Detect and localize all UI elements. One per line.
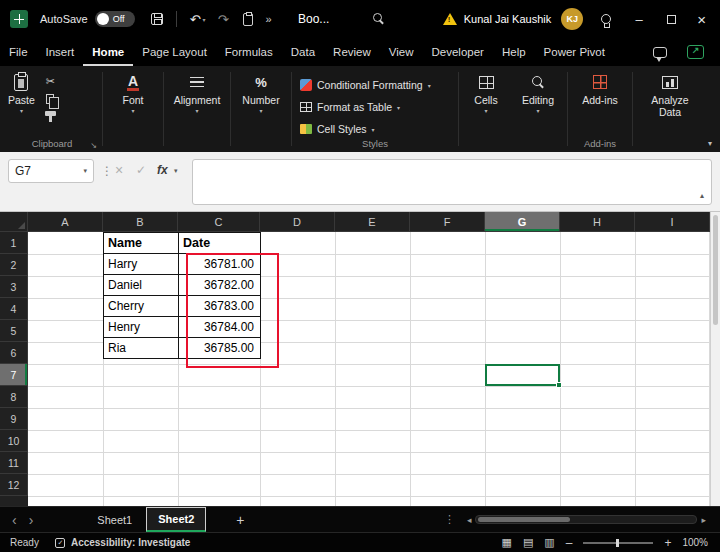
enter-icon[interactable]: ✓ bbox=[136, 163, 146, 177]
menu-tab-formulas[interactable]: Formulas bbox=[216, 38, 282, 66]
insert-function-button[interactable]: fx bbox=[157, 163, 168, 177]
page-layout-view-icon[interactable]: ▤ bbox=[523, 537, 533, 548]
row-header-9[interactable]: 9 bbox=[0, 408, 28, 430]
cell-B2[interactable]: Harry bbox=[104, 254, 179, 275]
format-painter-icon[interactable] bbox=[45, 111, 56, 116]
column-header-e[interactable]: E bbox=[335, 212, 410, 232]
name-box[interactable]: G7 ▾ bbox=[8, 159, 94, 183]
menu-tab-file[interactable]: File bbox=[0, 38, 37, 66]
copy-icon[interactable] bbox=[46, 94, 54, 104]
column-header-i[interactable]: I bbox=[635, 212, 710, 232]
column-header-h[interactable]: H bbox=[560, 212, 635, 232]
vertical-scrollbar[interactable] bbox=[710, 212, 720, 506]
zoom-in-icon[interactable]: + bbox=[664, 536, 671, 550]
cell-B6[interactable]: Ria bbox=[104, 338, 179, 359]
conditional-formatting-button[interactable]: Conditional Formatting ▾ bbox=[296, 75, 454, 95]
menu-tab-view[interactable]: View bbox=[380, 38, 423, 66]
collapse-formula-bar-icon[interactable]: ▴ bbox=[700, 191, 704, 200]
cell-styles-button[interactable]: Cell Styles ▾ bbox=[296, 119, 454, 139]
quick-access-overflow-icon[interactable]: » bbox=[266, 13, 272, 25]
row-header-11[interactable]: 11 bbox=[0, 452, 28, 474]
minimize-button[interactable]: – bbox=[632, 12, 646, 27]
clipboard-icon[interactable] bbox=[243, 13, 253, 26]
horizontal-scrollbar-track[interactable] bbox=[475, 515, 697, 524]
column-header-g[interactable]: G bbox=[485, 212, 560, 232]
chevron-down-icon[interactable]: ▾ bbox=[203, 16, 206, 23]
editing-group-button[interactable]: Editing ▾ bbox=[513, 70, 563, 114]
zoom-slider-knob[interactable] bbox=[616, 539, 619, 547]
dialog-launcher-icon[interactable]: ↘ bbox=[90, 141, 97, 150]
menu-tab-insert[interactable]: Insert bbox=[37, 38, 84, 66]
cell-B5[interactable]: Henry bbox=[104, 317, 179, 338]
menu-tab-review[interactable]: Review bbox=[324, 38, 380, 66]
fill-handle[interactable] bbox=[556, 382, 562, 388]
tab-overflow-icon[interactable]: ⋮ bbox=[444, 513, 455, 526]
menu-tab-help[interactable]: Help bbox=[493, 38, 535, 66]
menu-tab-power-pivot[interactable]: Power Pivot bbox=[535, 38, 614, 66]
collapse-ribbon-icon[interactable]: ▾ bbox=[708, 139, 712, 148]
paste-button[interactable]: Paste ▾ bbox=[6, 70, 37, 116]
row-header-5[interactable]: 5 bbox=[0, 320, 28, 342]
accessibility-status[interactable]: Accessibility: Investigate bbox=[71, 537, 191, 548]
comments-button[interactable] bbox=[653, 47, 667, 58]
normal-view-icon[interactable]: ▦ bbox=[502, 537, 512, 548]
row-header-10[interactable]: 10 bbox=[0, 430, 28, 452]
menu-tab-home[interactable]: Home bbox=[83, 38, 133, 66]
column-header-c[interactable]: C bbox=[178, 212, 260, 232]
row-header-1[interactable]: 1 bbox=[0, 232, 28, 254]
sheet-tab-sheet1[interactable]: Sheet1 bbox=[83, 507, 146, 532]
warning-icon[interactable] bbox=[443, 13, 457, 25]
close-button[interactable]: × bbox=[697, 11, 706, 28]
lightbulb-icon[interactable] bbox=[601, 14, 611, 24]
cell-B1[interactable]: Name bbox=[104, 233, 179, 254]
sheet-nav-right-icon[interactable]: › bbox=[29, 513, 34, 527]
save-icon[interactable] bbox=[151, 13, 163, 25]
avatar[interactable]: KJ bbox=[561, 8, 583, 30]
alignment-group-button[interactable]: Alignment ▾ bbox=[168, 70, 226, 114]
selected-cell-G7[interactable] bbox=[485, 364, 560, 386]
scroll-left-icon[interactable]: ◂ bbox=[467, 515, 472, 525]
zoom-out-icon[interactable]: – bbox=[566, 536, 573, 550]
cell-B3[interactable]: Daniel bbox=[104, 275, 179, 296]
share-button[interactable] bbox=[687, 45, 704, 59]
column-header-a[interactable]: A bbox=[28, 212, 103, 232]
row-header-8[interactable]: 8 bbox=[0, 386, 28, 408]
restore-button[interactable] bbox=[667, 15, 676, 24]
cell-B4[interactable]: Cherry bbox=[104, 296, 179, 317]
sheet-tab-sheet2[interactable]: Sheet2 bbox=[146, 507, 206, 532]
menu-tab-developer[interactable]: Developer bbox=[423, 38, 493, 66]
cell-C1[interactable]: Date bbox=[179, 233, 261, 254]
select-all-corner[interactable] bbox=[0, 212, 28, 232]
sheet-nav-left-icon[interactable]: ‹ bbox=[12, 513, 17, 527]
cells-area[interactable]: Name Date Harry 36781.00 Daniel 36782.00… bbox=[28, 232, 710, 506]
cancel-icon[interactable]: × bbox=[115, 162, 123, 178]
addins-button[interactable]: Add-ins bbox=[572, 70, 628, 106]
column-header-f[interactable]: F bbox=[410, 212, 485, 232]
horizontal-scrollbar[interactable]: ◂ ▸ bbox=[467, 515, 706, 525]
row-header-7[interactable]: 7 bbox=[0, 364, 28, 386]
row-header-4[interactable]: 4 bbox=[0, 298, 28, 320]
font-group-button[interactable]: A Font ▾ bbox=[107, 70, 159, 114]
menu-tab-data[interactable]: Data bbox=[282, 38, 324, 66]
analyze-data-button[interactable]: Analyze Data bbox=[637, 70, 703, 118]
menu-tab-page-layout[interactable]: Page Layout bbox=[133, 38, 216, 66]
column-header-b[interactable]: B bbox=[103, 212, 178, 232]
add-sheet-button[interactable]: + bbox=[236, 512, 244, 528]
cut-icon[interactable]: ✂ bbox=[46, 76, 55, 87]
scroll-right-icon[interactable]: ▸ bbox=[701, 515, 706, 525]
zoom-slider[interactable] bbox=[583, 542, 653, 544]
cells-group-button[interactable]: Cells ▾ bbox=[463, 70, 509, 114]
format-as-table-button[interactable]: Format as Table ▾ bbox=[296, 97, 454, 117]
search-icon[interactable] bbox=[373, 13, 385, 25]
vertical-scrollbar-thumb[interactable] bbox=[713, 215, 718, 325]
formula-input[interactable]: ▴ bbox=[192, 159, 712, 205]
number-group-button[interactable]: % Number ▾ bbox=[235, 70, 287, 114]
accessibility-icon[interactable] bbox=[55, 538, 65, 548]
page-break-view-icon[interactable]: ▥ bbox=[544, 537, 554, 548]
row-header-2[interactable]: 2 bbox=[0, 254, 28, 276]
column-header-d[interactable]: D bbox=[260, 212, 335, 232]
row-header-6[interactable]: 6 bbox=[0, 342, 28, 364]
row-header-3[interactable]: 3 bbox=[0, 276, 28, 298]
user-name[interactable]: Kunal Jai Kaushik bbox=[464, 13, 551, 25]
autosave-toggle[interactable]: Off bbox=[95, 11, 135, 27]
